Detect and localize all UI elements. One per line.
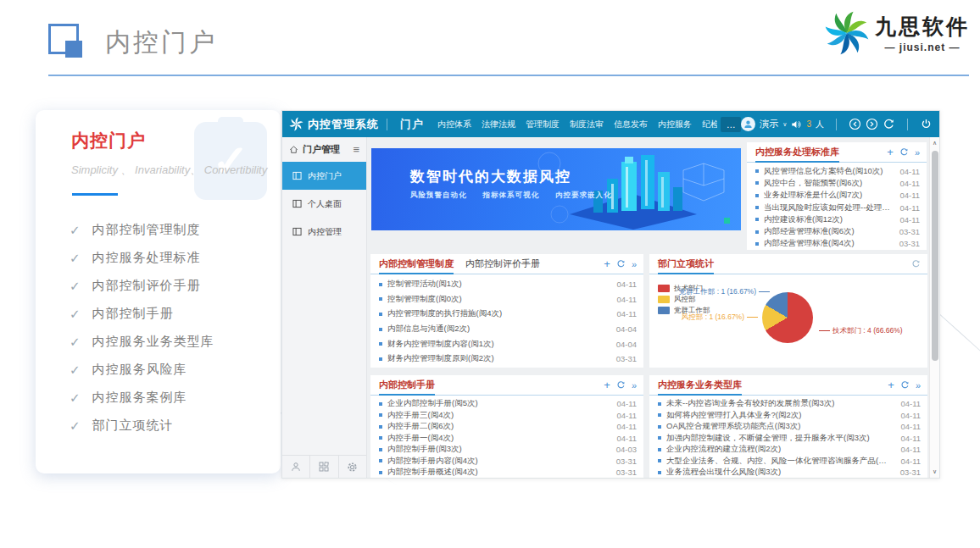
news-item-link[interactable]: 大型企业法务、合规、内控、风险一体化管理咨询服务产品(阅3次) [666,456,900,467]
add-icon[interactable]: + [888,379,894,391]
chevron-down-icon[interactable]: ∨ [782,121,787,128]
profile-button[interactable] [282,456,310,478]
settings-button[interactable] [339,456,366,478]
news-row: 业务处理标准是什么(阅7次)04-11 [755,190,920,202]
app-navbar: 内控管理系统 门户内控体系法律法规管理制度制度法审信息发布内控服务纪检监督合同管… [282,111,939,137]
news-item-link[interactable]: 业务处理标准是什么(阅7次) [764,190,899,201]
check-icon: ✓ [70,307,81,322]
news-row: 当出现风险时应该如何处理--处理标准是什么(阅7次)04-11 [755,202,920,213]
refresh-icon[interactable] [911,259,921,268]
news-item-date: 04-11 [900,445,921,454]
news-item-link[interactable]: 业务流程会出现什么风险(阅3次) [666,467,900,478]
news-item-link[interactable]: 财务内控管理制度原则(阅2次) [387,353,616,364]
feature-item: ✓内控服务业务类型库 [70,328,264,356]
news-item-link[interactable]: 财务内控管理制度内容(阅1次) [387,339,616,350]
news-item-link[interactable]: 内部经营管理标准(阅4次) [764,238,899,249]
refresh-icon[interactable] [616,380,626,390]
speaker-icon[interactable] [791,119,801,130]
news-item-link[interactable]: 内部控制手册概述(阅4次) [387,467,616,478]
news-row: 未来--内控咨询业务会有较好的发展前景(阅3次)04-11 [658,398,921,410]
nav-more-button[interactable]: … [721,117,741,132]
hamburger-icon[interactable]: ≡ [353,143,359,156]
nav-menu-item[interactable]: 管理制度 [521,119,565,130]
sidebar-item[interactable]: 个人桌面 [282,190,366,218]
user-name[interactable]: 演示 [760,118,778,130]
forward-icon[interactable] [866,118,878,130]
feature-label: 部门立项统计 [92,418,174,434]
nav-menu-item[interactable]: 内控体系 [432,119,476,130]
tab-control-rules[interactable]: 内部控制管理制度 [379,254,454,274]
news-item-link[interactable]: 加强内部控制建设，不断健全管理，提升服务水平(阅3次) [666,433,900,444]
news-item-link[interactable]: 风控管理信息化方案特色(阅10次) [764,166,899,177]
sidebar-title: 门户管理 [303,143,340,156]
bullet-icon [379,328,382,331]
news-item-link[interactable]: 未来--内控咨询业务会有较好的发展前景(阅3次) [666,398,900,409]
pie-chart[interactable] [762,292,813,343]
news-item-link[interactable]: 内部控制手册内容(阅4次) [387,456,616,467]
panel-tools: + » [604,257,637,270]
tab-evaluation-manual[interactable]: 内部控制评价手册 [465,254,540,274]
hero-banner[interactable]: 数智时代的大数据风控 风险预警自动化 指标体系可视化 内控要求嵌入化 [371,148,741,230]
news-item-link[interactable]: 内控手册一(阅4次) [387,433,616,444]
nav-menu-item[interactable]: 信息发布 [609,119,653,130]
news-item-link[interactable]: 内控手册二(阅6次) [387,421,616,432]
sidebar-item-label: 内控门户 [308,170,342,182]
panel-service-standards: 内控服务处理标准库 + » 风控管理信息化方案特色(阅10次)04-11风控中台… [747,142,927,250]
news-item-link[interactable]: 内控手册三(阅4次) [387,410,616,421]
news-item-link[interactable]: 如何将内控管理打入具体业务?(阅2次) [666,410,900,421]
feature-card: ✓ 内控门户 Simplicity 、 Invariability、 Conve… [36,110,281,473]
feature-item: ✓内部控制手册 [70,300,264,328]
add-icon[interactable]: + [887,146,894,158]
news-row: 大型企业法务、合规、内控、风险一体化管理咨询服务产品(阅3次)04-11 [658,456,921,468]
power-icon[interactable] [920,118,933,130]
back-icon[interactable] [849,118,861,130]
panel-control-manual: 内部控制手册 + » 企业内部控制手册(阅5次)04-11内控手册三(阅4次)0… [370,375,643,478]
more-chevrons-icon[interactable]: » [915,147,920,158]
nav-menu-item[interactable]: 制度法审 [565,119,609,130]
add-icon[interactable]: + [604,379,610,391]
refresh-icon[interactable] [883,118,895,130]
panel-control-rules: 内部控制管理制度 内部控制评价手册 + » 控制管理活动(阅1次)04-11控制… [370,254,643,368]
news-item-link[interactable]: 企业内控流程的建立流程(阅2次) [666,444,900,455]
panel-header: 内部控制管理制度 内部控制评价手册 + » [370,254,643,274]
carousel-dot[interactable] [724,218,730,224]
more-chevrons-icon[interactable]: » [632,259,637,269]
refresh-icon[interactable] [900,380,910,390]
news-item-link[interactable]: 内控管理制度的执行措施(阅4次) [387,308,616,319]
sidebar-item[interactable]: 内控门户 [282,162,366,190]
news-item-link[interactable]: 内部经营管理标准(阅6次) [764,226,899,237]
news-item-link[interactable]: 控制管理活动(阅1次) [387,279,616,290]
nav-menu-item[interactable]: 法律法规 [476,119,521,130]
apps-button[interactable] [310,456,338,478]
refresh-icon[interactable] [616,259,626,268]
news-item-date: 03-31 [616,457,637,466]
scroll-up-icon[interactable]: ∧ [933,140,937,147]
bullet-icon [755,194,759,197]
news-item-link[interactable]: 内控建设标准(阅12次) [764,214,899,225]
news-item-link[interactable]: 当出现风险时应该如何处理--处理标准是什么(阅7次) [764,202,899,213]
news-row: 内部控制手册内容(阅4次)03-31 [379,456,637,468]
news-item-link[interactable]: 控制管理制度(阅0次) [387,294,616,305]
more-chevrons-icon[interactable]: » [916,380,921,390]
news-item-link[interactable]: 内部控制手册(阅3次) [387,444,616,455]
app-sidebar: 门户管理 ≡ 内控门户个人桌面内控管理 [282,137,367,478]
nav-menu-item[interactable]: 门户 [395,117,432,132]
refresh-icon[interactable] [899,147,909,157]
bullet-icon [658,471,661,474]
scroll-down-icon[interactable]: ∨ [933,468,937,475]
pie-callout-risk: 风控部 : 1 (16.67%) [649,313,758,323]
add-icon[interactable]: + [604,257,610,270]
more-chevrons-icon[interactable]: » [632,380,637,390]
gear-icon [347,462,358,473]
news-item-link[interactable]: 风控中台，智能预警(阅6次) [764,178,899,189]
sidebar-item[interactable]: 内控管理 [282,218,366,246]
scrollbar-thumb[interactable] [932,151,938,361]
user-avatar[interactable] [741,117,755,131]
news-item-link[interactable]: 企业内部控制手册(阅5次) [387,398,616,409]
news-item-link[interactable]: 内部信息与沟通(阅2次) [387,324,616,335]
news-item-date: 04-11 [616,411,637,420]
nav-menu-item[interactable]: 内控服务 [653,119,697,130]
news-row: 内部经营管理标准(阅4次)03-31 [755,238,920,250]
nav-menu-item[interactable]: 纪检监督 [697,119,717,130]
news-item-link[interactable]: OA风控合规管理系统功能亮点(阅3次) [666,421,900,432]
